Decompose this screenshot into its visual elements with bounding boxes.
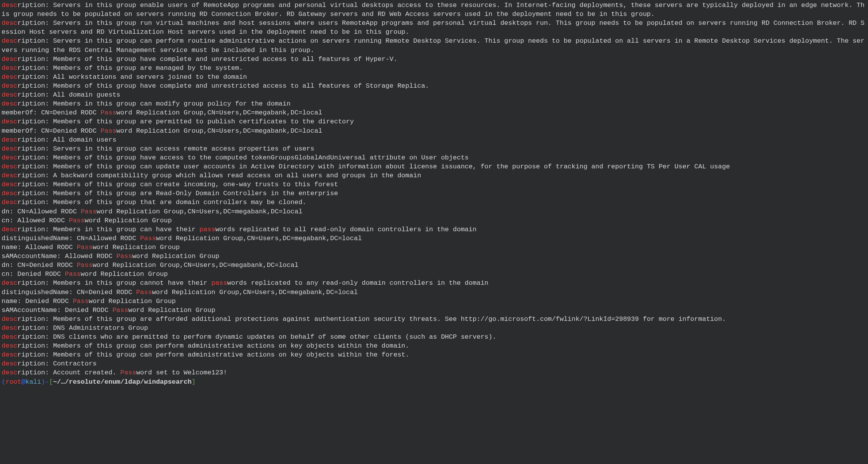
output-text: words replicated to any read-only domain… — [227, 279, 489, 287]
highlighted-text: desc — [2, 37, 17, 45]
highlighted-text: desc — [2, 2, 17, 9]
output-text: word Replication Group,CN=Users,DC=megab… — [97, 208, 303, 215]
output-text: ription: Members of this group are affor… — [17, 315, 726, 323]
output-text: sAMAccountName: Allowed RODC — [2, 253, 116, 260]
highlighted-text: desc — [2, 163, 17, 170]
shell-prompt[interactable]: (root@kali)-[~/…/resolute/enum/ldap/wind… — [2, 377, 866, 386]
output-line: distinguishedName: CN=Denied RODC Passwo… — [2, 288, 866, 297]
output-text: ription: Members of this group can creat… — [17, 181, 338, 188]
output-text: ription: A backward compatibility group … — [17, 172, 421, 179]
highlighted-text: Pass — [120, 369, 136, 376]
highlighted-text: Pass — [77, 244, 93, 251]
highlighted-text: Pass — [69, 217, 85, 224]
output-text: ription: DNS clients who are permitted t… — [17, 333, 496, 341]
highlighted-text: Pass — [100, 127, 116, 135]
output-line: description: Members of this group have … — [2, 153, 866, 162]
output-text: word Replication Group — [88, 298, 175, 305]
output-line: description: Members in this group canno… — [2, 279, 866, 287]
terminal-output[interactable]: description: Servers in this group enabl… — [0, 0, 868, 388]
output-line: dn: CN=Denied RODC Password Replication … — [2, 261, 866, 270]
output-text: ription: Members in this group can have … — [17, 226, 199, 233]
output-text: ription: Members of this group can updat… — [17, 163, 730, 170]
highlighted-text: desc — [2, 190, 17, 197]
output-text: ription: Members of this group are permi… — [17, 118, 354, 125]
output-line: description: Members of this group are m… — [2, 64, 866, 73]
output-line: description: Members of this group can p… — [2, 350, 866, 359]
output-text: ription: All workstations and servers jo… — [17, 73, 247, 81]
highlighted-text: desc — [2, 351, 17, 358]
output-text: ription: Members of this group can perfo… — [17, 351, 409, 358]
output-line: description: A backward compatibility gr… — [2, 171, 866, 180]
highlighted-text: Pass — [65, 270, 81, 278]
prompt-close-bracket: ] — [192, 378, 196, 386]
highlighted-text: desc — [2, 136, 17, 144]
output-text: ription: Servers in this group can perfo… — [2, 37, 865, 54]
output-line: memberOf: CN=Denied RODC Password Replic… — [2, 108, 866, 117]
output-line: sAMAccountName: Allowed RODC Password Re… — [2, 252, 866, 261]
output-text: ription: Members of this group are manag… — [17, 64, 243, 72]
output-line: distinguishedName: CN=Allowed RODC Passw… — [2, 234, 866, 243]
prompt-open-bracket: [ — [49, 378, 53, 386]
highlighted-text: Pass — [100, 109, 116, 116]
highlighted-text: Pass — [77, 261, 93, 269]
output-line: description: Members of this group can c… — [2, 180, 866, 189]
output-line: description: Members in this group can m… — [2, 99, 866, 108]
highlighted-text: desc — [2, 100, 17, 107]
highlighted-text: Pass — [73, 298, 89, 305]
highlighted-text: desc — [2, 172, 17, 179]
output-text: memberOf: CN=Denied RODC — [2, 127, 100, 135]
output-text: ription: Members of this group that are … — [17, 199, 307, 206]
prompt-user: root — [5, 378, 21, 386]
output-text: ription: Members of this group have acce… — [17, 154, 469, 161]
highlighted-text: desc — [2, 118, 17, 125]
output-text: ription: Members in this group can modif… — [17, 100, 291, 107]
output-text: word Replication Group,CN=Users,DC=megab… — [152, 289, 358, 296]
output-text: word Replication Group,CN=Users,DC=megab… — [116, 109, 322, 116]
output-text: ription: Members of this group are Read-… — [17, 190, 338, 197]
highlighted-text: desc — [2, 279, 17, 287]
highlighted-text: desc — [2, 55, 17, 63]
highlighted-text: desc — [2, 199, 17, 206]
highlighted-text: desc — [2, 181, 17, 188]
highlighted-text: Pass — [81, 208, 97, 215]
output-text: ription: All domain guests — [17, 91, 120, 99]
output-line: description: Servers in this group enabl… — [2, 1, 866, 19]
output-text: name: Allowed RODC — [2, 244, 77, 251]
output-line: description: All domain guests — [2, 90, 866, 99]
output-line: description: Members of this group have … — [2, 55, 866, 64]
highlighted-text: desc — [2, 73, 17, 81]
prompt-at: @ — [21, 378, 25, 386]
output-text: ription: Servers in this group can acces… — [17, 145, 314, 152]
output-line: name: Denied RODC Password Replication G… — [2, 297, 866, 306]
highlighted-text: desc — [2, 315, 17, 323]
highlighted-text: desc — [2, 64, 17, 72]
output-line: description: Servers in this group run v… — [2, 19, 866, 36]
output-text: word set to Welcome123! — [136, 369, 227, 376]
prompt-open-paren: ( — [2, 378, 5, 386]
highlighted-text: desc — [2, 226, 17, 233]
output-line: description: Members of this group are a… — [2, 315, 866, 324]
output-line: dn: CN=Allowed RODC Password Replication… — [2, 207, 866, 216]
output-line: description: Members of this group can u… — [2, 162, 866, 171]
output-line: description: Members of this group are p… — [2, 117, 866, 126]
output-line: memberOf: CN=Denied RODC Password Replic… — [2, 126, 866, 135]
highlighted-text: Pass — [113, 306, 128, 314]
output-text: word Replication Group — [93, 244, 180, 251]
prompt-host: kali — [25, 378, 41, 386]
highlighted-text: desc — [2, 82, 17, 90]
output-text: word Replication Group — [85, 217, 172, 224]
output-text: distinguishedName: CN=Allowed RODC — [2, 235, 140, 242]
output-line: cn: Allowed RODC Password Replication Gr… — [2, 216, 866, 225]
output-text: word Replication Group — [81, 270, 168, 278]
output-line: description: Members of this group that … — [2, 198, 866, 207]
highlighted-text: Pass — [140, 235, 156, 242]
prompt-dash: - — [45, 378, 49, 386]
highlighted-text: desc — [2, 369, 17, 376]
highlighted-text: pass — [211, 279, 227, 287]
output-text: ription: Members of this group can perfo… — [17, 342, 409, 350]
output-text: name: Denied RODC — [2, 298, 73, 305]
output-line: description: Members in this group can h… — [2, 225, 866, 234]
output-line: description: DNS Administrators Group — [2, 324, 866, 332]
output-line: description: Account created. Password s… — [2, 368, 866, 377]
output-text: ription: Contractors — [17, 360, 97, 367]
